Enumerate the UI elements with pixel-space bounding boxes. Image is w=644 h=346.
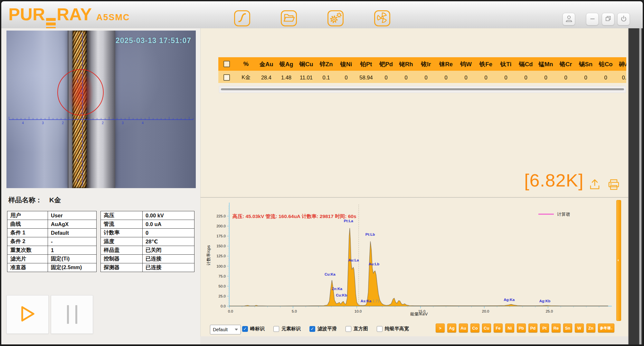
- info-value: 0: [143, 229, 194, 237]
- svg-text:2: 2: [102, 121, 104, 125]
- select-all-checkbox[interactable]: [223, 61, 230, 67]
- camera-view: 4322342112 2025-03-13 17:51:07: [6, 31, 196, 188]
- element-button-Ni[interactable]: Ni: [505, 323, 514, 332]
- start-measure-button[interactable]: [6, 295, 49, 334]
- titlebar: PURRAY A5SMC: [1, 1, 643, 29]
- chart-option-checkbox[interactable]: 滤波平滑: [309, 326, 337, 332]
- info-value: 0.0 uA: [143, 220, 194, 229]
- element-filter-buttons: >AgAuCoCuFeNiPbPdPtReSnWZn参考谱..: [436, 323, 614, 332]
- checkbox-checked-icon[interactable]: [242, 326, 248, 332]
- chart-option-checkbox[interactable]: 纯银半高宽: [377, 326, 409, 332]
- settings-button[interactable]: [327, 10, 344, 26]
- peak-label: Zn:Ka: [332, 287, 342, 291]
- svg-text:25.0: 25.0: [219, 294, 226, 298]
- radiation-button[interactable]: [374, 10, 390, 26]
- element-button-refrefrefrefref[interactable]: 参考谱..: [598, 323, 614, 332]
- model-text: A5SMC: [96, 13, 130, 23]
- row-checkbox[interactable]: [223, 74, 230, 81]
- pause-button[interactable]: [51, 295, 93, 334]
- minimize-button[interactable]: [586, 13, 599, 25]
- open-file-button[interactable]: [281, 10, 297, 26]
- info-label: 计数率: [101, 229, 143, 237]
- chart-option-checkbox[interactable]: 峰标识: [242, 326, 265, 332]
- info-value: 已连接: [143, 263, 194, 272]
- scroll-elements-button[interactable]: >: [436, 323, 445, 332]
- element-button-W[interactable]: W: [575, 323, 584, 332]
- result-value: 0: [596, 71, 616, 83]
- info-row: 计数率0: [101, 229, 194, 237]
- instrument-status-table: 高压0.00 kV管流0.0 uA计数率0温度28℃样品盖已关闭控制器已连接探测…: [100, 211, 194, 272]
- bottom-strip: [200, 336, 628, 344]
- export-button[interactable]: [588, 178, 601, 192]
- display-preset-select[interactable]: Default: [210, 325, 241, 334]
- power-button[interactable]: [617, 13, 630, 25]
- results-column-header: 铬Cr: [556, 57, 576, 71]
- results-column-header: 砷As: [616, 57, 626, 71]
- info-label: 高压: [101, 211, 143, 220]
- peak-label: As:Ka 1.71: [361, 299, 380, 303]
- measurement-status-text: 高压: 45.03kV 管流: 160.64uA 计数率: 29817 时间: …: [232, 214, 356, 219]
- info-value: Default: [48, 229, 97, 237]
- results-data-row[interactable]: K金28.41.4811.010.1058.940000000000000.0: [218, 71, 626, 83]
- crosshair-overlay: 4322342112: [6, 31, 196, 188]
- element-button-Sn[interactable]: Sn: [563, 323, 572, 332]
- element-button-Pt[interactable]: Pt: [540, 323, 549, 332]
- result-value: 0: [536, 71, 556, 83]
- checkbox-unchecked-icon[interactable]: [273, 326, 279, 332]
- chart-option-checkbox[interactable]: 直方图: [346, 326, 368, 332]
- curve-button[interactable]: [234, 10, 250, 26]
- element-button-Pd[interactable]: Pd: [528, 323, 537, 332]
- info-label: 滤光片: [7, 255, 48, 263]
- results-column-header: 锌Zn: [316, 57, 336, 71]
- brand-text: PURRAY: [8, 4, 92, 30]
- chart-option-checkbox[interactable]: 元素标识: [273, 326, 301, 332]
- results-column-header: 铜Cu: [296, 57, 316, 71]
- info-value: 已连接: [143, 255, 194, 263]
- scrollbar-thumb[interactable]: [221, 88, 624, 90]
- app-logo: PURRAY A5SMC: [8, 4, 130, 24]
- peak-label: Cu:Kb: [336, 293, 347, 297]
- info-value: AuAgX: [48, 220, 97, 229]
- results-horizontal-scrollbar[interactable]: [219, 86, 626, 93]
- peak-label: Cu:Ka: [325, 272, 336, 276]
- print-button[interactable]: [607, 178, 621, 193]
- info-label: 管流: [101, 220, 143, 229]
- peak-label: Au:Lb: [369, 262, 379, 266]
- info-label: 温度: [101, 237, 143, 246]
- info-value: 1: [48, 246, 97, 255]
- element-button-Fe[interactable]: Fe: [494, 323, 503, 332]
- element-button-Pb[interactable]: Pb: [517, 323, 526, 332]
- info-label: 控制器: [101, 255, 143, 263]
- element-button-Ag[interactable]: Ag: [447, 323, 456, 332]
- svg-text:50.0: 50.0: [219, 284, 226, 288]
- results-column-header: 铁Fe: [476, 57, 496, 71]
- element-button-Re[interactable]: Re: [552, 323, 561, 332]
- element-button-Zn[interactable]: Zn: [586, 323, 595, 332]
- checkbox-unchecked-icon[interactable]: [377, 326, 383, 332]
- results-column-header: 锰Mn: [536, 57, 556, 71]
- result-sample-name: K金: [236, 71, 256, 83]
- window-right-border: [628, 28, 643, 344]
- svg-text:225.0: 225.0: [216, 214, 226, 218]
- result-value: 0: [556, 71, 576, 83]
- maximize-button[interactable]: [602, 13, 614, 25]
- chart-vertical-scrollbar[interactable]: [616, 200, 621, 321]
- svg-text:150.0: 150.0: [216, 244, 226, 248]
- info-value: 固定(2.5mm): [48, 263, 97, 272]
- info-label: 样品盖: [101, 246, 143, 255]
- element-button-Cu[interactable]: Cu: [482, 323, 491, 332]
- results-column-header: 铱Ir: [416, 57, 436, 71]
- results-column-header: %: [236, 57, 256, 71]
- element-button-Au[interactable]: Au: [459, 323, 468, 332]
- result-value: 28.4: [256, 71, 276, 83]
- results-column-header: 铼Re: [436, 57, 456, 71]
- svg-text:75.0: 75.0: [219, 274, 226, 278]
- info-label: 曲线: [7, 220, 48, 229]
- settings-gears-icon: [328, 11, 343, 26]
- result-value: 0.1: [316, 71, 336, 83]
- user-button[interactable]: [563, 13, 575, 25]
- checkbox-checked-icon[interactable]: [309, 326, 315, 332]
- element-button-Co[interactable]: Co: [470, 323, 479, 332]
- info-label: 条件 2: [7, 237, 48, 246]
- checkbox-unchecked-icon[interactable]: [346, 326, 351, 332]
